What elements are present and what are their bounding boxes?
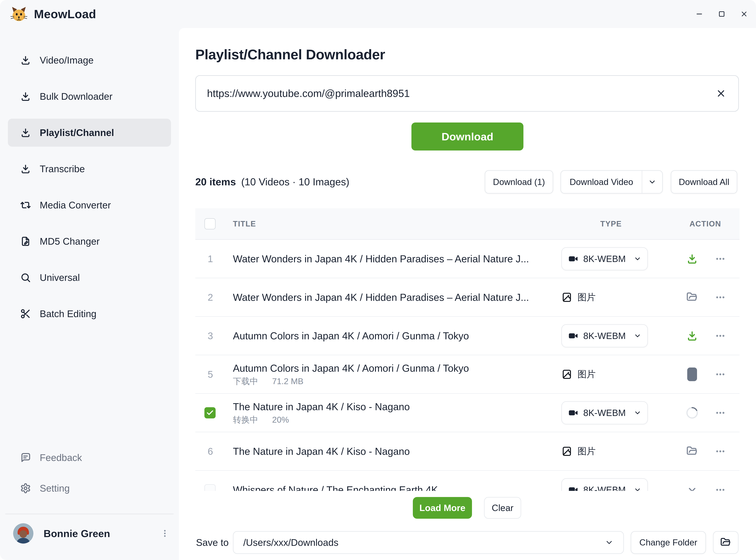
row-index: 5 — [202, 369, 219, 380]
more-options-button[interactable] — [712, 250, 729, 267]
format-value: 8K-WEBM — [583, 254, 626, 264]
row-stop-button[interactable] — [683, 365, 701, 383]
status-value: 20% — [272, 415, 289, 425]
maximize-button[interactable] — [717, 9, 727, 19]
sidebar-item-bulk-downloader[interactable]: Bulk Downloader — [8, 82, 171, 111]
sidebar-item-setting[interactable]: Setting — [8, 474, 171, 502]
folder-open-icon — [687, 445, 698, 457]
row-title-cell: The Nature in Japan 4K / Kiso - Nagano 转… — [233, 401, 543, 425]
table-header: TITLE TYPE ACTION — [195, 208, 739, 240]
more-options-button[interactable] — [712, 327, 729, 344]
sidebar-item-label: Batch Editing — [40, 308, 96, 319]
sidebar-item-media-converter[interactable]: Media Converter — [8, 191, 171, 219]
row-checkbox[interactable] — [204, 484, 216, 491]
stop-icon — [687, 367, 697, 381]
chevron-down-icon — [687, 484, 698, 491]
more-options-button[interactable] — [712, 365, 729, 383]
download-video-dropdown[interactable] — [642, 178, 662, 186]
more-options-button[interactable] — [712, 481, 729, 491]
sidebar-item-md5-changer[interactable]: MD5 Changer — [8, 227, 171, 255]
brand: MeowLoad — [10, 0, 96, 28]
row-status: 转换中 20% — [233, 415, 543, 425]
download-video-label: Download Video — [561, 177, 642, 187]
table-row: 6 The Nature in Japan 4K / Kiso - Nagano… — [195, 432, 739, 471]
format-select[interactable]: 8K-WEBM — [561, 247, 648, 271]
clear-url-icon[interactable] — [715, 87, 727, 100]
sidebar-item-label: Playlist/Channel — [40, 127, 114, 138]
sidebar-item-batch-editing[interactable]: Batch Editing — [8, 300, 171, 328]
url-input[interactable]: https://www.youtube.com/@primalearth8951 — [195, 75, 739, 112]
user-name: Bonnie Green — [44, 527, 159, 539]
save-path-value: /Users/xxx/Downloads — [243, 537, 605, 548]
sidebar-item-label: Transcribe — [40, 163, 85, 175]
column-type: TYPE — [600, 219, 622, 228]
format-select[interactable]: 8K-WEBM — [561, 324, 648, 347]
row-title-cell: Autumn Colors in Japan 4K / Aomori / Gun… — [233, 330, 543, 342]
download-video-split-button[interactable]: Download Video — [560, 170, 663, 194]
row-open-folder-button[interactable] — [683, 443, 701, 460]
sidebar-item-label: Bulk Downloader — [40, 91, 113, 102]
open-folder-button[interactable] — [713, 531, 738, 554]
chevron-down-icon — [634, 332, 641, 340]
download-icon — [20, 163, 31, 174]
table-row: 5 Autumn Colors in Japan 4K / Aomori / G… — [195, 355, 739, 394]
feedback-icon — [20, 452, 31, 463]
search-icon — [20, 272, 31, 283]
format-select[interactable]: 8K-WEBM — [561, 478, 648, 491]
download-icon — [687, 330, 698, 342]
ellipsis-icon — [715, 330, 726, 342]
table-row: Whispers of Nature / The Enchanting Eart… — [195, 471, 739, 491]
download-all-button[interactable]: Download All — [671, 170, 737, 194]
type-image-text: 图片 — [577, 445, 596, 457]
sidebar-item-playlist-channel[interactable]: Playlist/Channel — [8, 119, 171, 147]
row-index: 2 — [202, 292, 219, 303]
change-folder-button[interactable]: Change Folder — [631, 531, 706, 554]
minimize-button[interactable] — [694, 9, 704, 19]
row-title: The Nature in Japan 4K / Kiso - Nagano — [233, 401, 543, 413]
row-download-button[interactable] — [683, 327, 701, 344]
clear-button[interactable]: Clear — [484, 497, 521, 519]
close-button[interactable] — [739, 9, 749, 19]
scissors-icon — [20, 308, 31, 319]
table-row: The Nature in Japan 4K / Kiso - Nagano 转… — [195, 394, 739, 432]
download-icon — [20, 55, 31, 66]
save-path-select[interactable]: /Users/xxx/Downloads — [233, 531, 624, 554]
table-row: 3 Autumn Colors in Japan 4K / Aomori / G… — [195, 317, 739, 355]
sidebar: Video/ImageBulk DownloaderPlaylist/Chann… — [0, 28, 179, 560]
row-title-cell: Whispers of Nature / The Enchanting Eart… — [233, 484, 543, 491]
row-title: Autumn Colors in Japan 4K / Aomori / Gun… — [233, 330, 543, 342]
format-value: 8K-WEBM — [583, 484, 626, 491]
load-more-button[interactable]: Load More — [413, 497, 472, 519]
row-title-cell: Autumn Colors in Japan 4K / Aomori / Gun… — [233, 362, 543, 386]
chevron-down-icon — [634, 486, 641, 491]
row-open-folder-button[interactable] — [683, 288, 701, 306]
user-row: Bonnie Green — [8, 520, 171, 547]
sidebar-item-universal[interactable]: Universal — [8, 263, 171, 292]
row-download-button[interactable] — [683, 250, 701, 267]
items-count: 20 items — [195, 176, 236, 187]
download-button[interactable]: Download — [412, 122, 523, 151]
chevron-down-icon — [605, 538, 614, 547]
items-summary: 20 items (10 Videos · 10 Images) — [195, 176, 349, 187]
sidebar-item-label: Setting — [40, 483, 69, 494]
type-image-text: 图片 — [577, 368, 596, 380]
row-expand-button[interactable] — [683, 481, 701, 491]
more-options-button[interactable] — [712, 443, 729, 460]
sidebar-item-feedback[interactable]: Feedback — [8, 444, 171, 472]
format-value: 8K-WEBM — [583, 331, 626, 341]
more-options-button[interactable] — [712, 288, 729, 306]
row-checkbox[interactable] — [204, 407, 216, 418]
download-selected-button[interactable]: Download (1) — [485, 170, 553, 194]
format-select[interactable]: 8K-WEBM — [561, 401, 648, 424]
app-title: MeowLoad — [34, 7, 96, 21]
check-icon — [206, 409, 214, 417]
user-menu-button[interactable] — [159, 525, 171, 541]
ellipsis-icon — [715, 407, 726, 419]
status-label: 转换中 — [233, 415, 258, 425]
row-title: Water Wonders in Japan 4K / Hidden Parad… — [233, 253, 543, 265]
sidebar-item-video-image[interactable]: Video/Image — [8, 46, 171, 74]
type-image-label: 图片 — [561, 445, 596, 457]
sidebar-item-transcribe[interactable]: Transcribe — [8, 155, 171, 183]
select-all-checkbox[interactable] — [204, 218, 216, 229]
more-options-button[interactable] — [712, 404, 729, 422]
